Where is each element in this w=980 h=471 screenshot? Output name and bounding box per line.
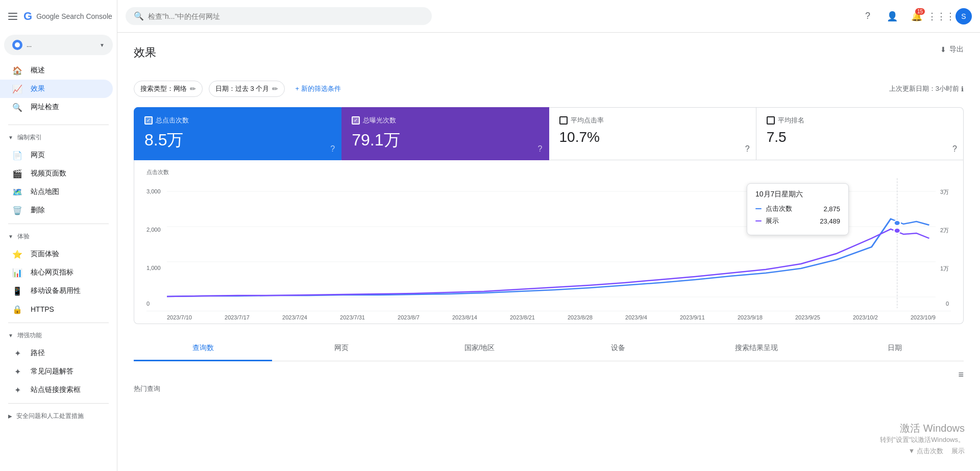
sidebar-item-cwv[interactable]: 📊 核心网页指标 xyxy=(0,263,113,282)
impressions-dot-icon xyxy=(755,220,762,221)
sidebar-item-overview[interactable]: 🏠 概述 xyxy=(0,61,113,80)
metric-card-clicks[interactable]: 总点击次数 8.5万 ? xyxy=(134,107,341,160)
sidebar-item-sitemap[interactable]: 🗺️ 站点地图 xyxy=(0,183,113,201)
help-button[interactable]: ? xyxy=(857,6,878,27)
metric-info-position[interactable]: ? xyxy=(952,144,957,154)
filter-sort-icon[interactable]: ≡ xyxy=(958,369,964,380)
trash-icon: 🗑️ xyxy=(12,205,22,215)
section-label-enhancements[interactable]: ▼ 增强功能 xyxy=(0,327,117,344)
person-icon: 👤 xyxy=(887,11,898,22)
tab-search-appearance[interactable]: 搜索结果呈现 xyxy=(687,336,825,361)
tab-devices[interactable]: 设备 xyxy=(549,336,687,361)
property-chevron-icon: ▼ xyxy=(100,42,105,48)
filter-date[interactable]: 日期：过去 3 个月 ✏ xyxy=(209,81,285,97)
chart-left-1000: 1,000 xyxy=(146,265,161,271)
x-label-13: 2023/10/9 xyxy=(911,314,936,320)
metric-card-position[interactable]: 平均排名 7.5 ? xyxy=(756,107,964,160)
nav-divider-4 xyxy=(8,403,109,404)
sidebar-item-label-video: 视频页面数 xyxy=(31,169,66,178)
metric-info-impressions[interactable]: ? xyxy=(538,144,543,154)
chart-tooltip-key-clicks: 点击次数 xyxy=(766,204,819,213)
metric-label-impressions: 总曝光次数 xyxy=(363,116,396,125)
video-icon: 🎬 xyxy=(12,168,22,179)
sidebar-item-label-overview: 概述 xyxy=(31,66,45,75)
search-bar[interactable]: 🔍 xyxy=(126,7,432,25)
metric-info-clicks[interactable]: ? xyxy=(330,144,335,154)
x-label-12: 2023/10/2 xyxy=(853,314,878,320)
section-label-experience[interactable]: ▼ 体验 xyxy=(0,228,117,245)
sidebar-item-breadcrumbs[interactable]: ✦ 路径 xyxy=(0,344,113,362)
x-label-11: 2023/9/25 xyxy=(795,314,820,320)
property-selector[interactable]: ... ▼ xyxy=(4,35,113,55)
sidebar-item-label-cwv: 核心网页指标 xyxy=(31,268,74,277)
x-label-0: 2023/7/10 xyxy=(167,314,192,320)
filters-bar: 搜索类型：网络 ✏ 日期：过去 3 个月 ✏ + 新的筛选条件 上次更新日期：3… xyxy=(134,81,964,97)
metric-value-clicks: 8.5万 xyxy=(144,129,331,152)
tab-countries[interactable]: 国家/地区 xyxy=(410,336,549,361)
add-filter-label: + 新的筛选条件 xyxy=(295,84,340,93)
metric-header-position: 平均排名 xyxy=(767,116,953,125)
section-label-indexing[interactable]: ▼ 编制索引 xyxy=(0,129,117,146)
sidebar-item-label-faq: 常见问题解答 xyxy=(31,367,74,376)
chart-wrapper[interactable]: 10月7日星期六 点击次数 2,875 展示 23,489 3万 xyxy=(146,178,951,311)
sidebar-item-mobile[interactable]: 📱 移动设备易用性 xyxy=(0,282,113,300)
sidebar: G Google Search Console ... ▼ 🏠 概述 📈 效果 … xyxy=(0,0,117,471)
notifications-button[interactable]: 🔔 15 xyxy=(906,6,927,27)
app-title: Google Search Console xyxy=(36,12,112,20)
account-button[interactable]: 👤 xyxy=(882,6,902,27)
add-filter-button[interactable]: + 新的筛选条件 xyxy=(291,81,345,96)
metrics-row: 总点击次数 8.5万 ? 总曝光次数 79.1万 ? 平均点击率 10.7% xyxy=(134,107,964,160)
metric-checkbox-clicks[interactable] xyxy=(144,116,153,125)
filter-search-type[interactable]: 搜索类型：网络 ✏ xyxy=(134,81,203,97)
lock-icon: 🔒 xyxy=(12,304,22,314)
metric-card-ctr[interactable]: 平均点击率 10.7% ? xyxy=(549,107,756,160)
content-area: 效果 ⬇ 导出 搜索类型：网络 ✏ 日期：过去 3 个月 ✏ + 新的筛选条件 … xyxy=(117,33,980,471)
x-label-6: 2023/8/21 xyxy=(510,314,535,320)
tab-dates[interactable]: 日期 xyxy=(825,336,964,361)
hamburger-icon[interactable] xyxy=(8,10,17,22)
section-label-security[interactable]: ▶ 安全问题和人工处置措施 xyxy=(0,408,117,425)
sidebar-item-faq[interactable]: ✦ 常见问题解答 xyxy=(0,362,113,381)
sidebar-item-performance[interactable]: 📈 效果 xyxy=(0,80,113,98)
info-icon[interactable]: ℹ xyxy=(961,85,964,93)
search-input[interactable] xyxy=(148,12,424,20)
x-label-1: 2023/7/17 xyxy=(225,314,250,320)
x-label-9: 2023/9/11 xyxy=(680,314,705,320)
sidebar-item-page-exp[interactable]: ⭐ 页面体验 xyxy=(0,245,113,263)
metric-value-position: 7.5 xyxy=(767,129,953,145)
metric-checkbox-position[interactable] xyxy=(767,116,775,125)
sidebar-item-label-page-exp: 页面体验 xyxy=(31,250,59,259)
metric-card-impressions[interactable]: 总曝光次数 79.1万 ? xyxy=(341,107,549,160)
sidebar-item-removals[interactable]: 🗑️ 删除 xyxy=(0,201,113,219)
main-area: 🔍 ? 👤 🔔 15 ⋮⋮⋮ S 效果 ⬇ 导出 xyxy=(117,0,980,471)
metric-checkbox-ctr[interactable] xyxy=(559,116,568,125)
chart-left-3000: 3,000 xyxy=(146,188,161,194)
chart-right-label: 3万 xyxy=(940,188,949,196)
export-label: 导出 xyxy=(949,45,964,54)
x-label-3: 2023/7/31 xyxy=(340,314,365,320)
sidebar-item-sitelinks[interactable]: ✦ 站点链接搜索框 xyxy=(0,381,113,399)
export-button[interactable]: ⬇ 导出 xyxy=(940,45,964,54)
sidebar-item-url-inspection[interactable]: 🔍 网址检查 xyxy=(0,98,113,116)
metric-info-ctr[interactable]: ? xyxy=(745,144,750,154)
user-avatar[interactable]: S xyxy=(955,8,972,24)
metric-label-clicks: 总点击次数 xyxy=(156,116,189,125)
tab-pages[interactable]: 网页 xyxy=(272,336,410,361)
search-icon: 🔍 xyxy=(134,11,144,21)
sidebar-item-web[interactable]: 📄 网页 xyxy=(0,146,113,164)
x-label-10: 2023/9/18 xyxy=(738,314,763,320)
sidebar-item-video[interactable]: 🎬 视频页面数 xyxy=(0,164,113,183)
table-section-title: 热门查询 xyxy=(134,384,964,393)
star-icon: ⭐ xyxy=(12,249,22,259)
x-label-5: 2023/8/14 xyxy=(452,314,477,320)
sidebar-item-https[interactable]: 🔒 HTTPS xyxy=(0,300,113,318)
metric-checkbox-impressions[interactable] xyxy=(352,116,360,125)
chart-y-label: 点击次数 xyxy=(146,168,951,176)
edit-icon-2: ✏ xyxy=(272,85,278,93)
sitelinks-icon: ✦ xyxy=(12,385,22,395)
chart-left-0: 0 xyxy=(146,301,150,307)
x-label-4: 2023/8/7 xyxy=(398,314,420,320)
tab-queries[interactable]: 查询数 xyxy=(134,336,272,361)
metric-label-ctr: 平均点击率 xyxy=(571,116,604,125)
apps-button[interactable]: ⋮⋮⋮ xyxy=(931,6,951,27)
